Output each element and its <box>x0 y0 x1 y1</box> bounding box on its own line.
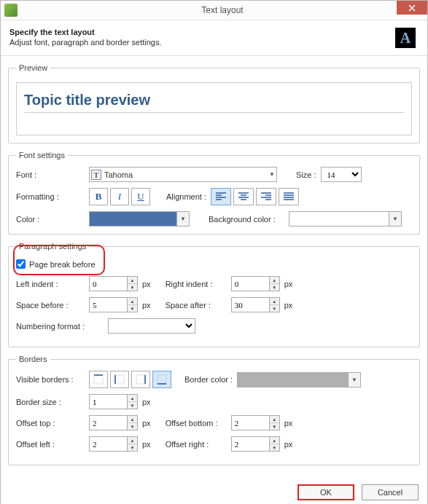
preview-legend: Preview <box>16 63 50 72</box>
color-label: Color : <box>16 215 89 224</box>
space-after-label: Space after : <box>166 301 231 310</box>
unit-px: px <box>142 280 151 288</box>
italic-button[interactable]: I <box>110 188 129 205</box>
underline-button[interactable]: U <box>131 188 150 205</box>
chevron-down-icon: ▼ <box>389 212 401 226</box>
paragraph-legend: Paragraph settings <box>16 242 89 251</box>
border-size-label: Border size : <box>16 398 89 406</box>
align-left-button[interactable] <box>211 188 231 205</box>
border-left-button[interactable] <box>110 371 129 388</box>
cancel-button[interactable]: Cancel <box>362 484 419 500</box>
svg-rect-2 <box>115 375 124 384</box>
size-select[interactable]: 14 <box>321 167 362 182</box>
preview-group: Preview Topic title preview <box>8 63 420 143</box>
border-color-picker[interactable]: ▼ <box>237 372 361 387</box>
border-color-label: Border color : <box>184 375 233 384</box>
header: Specify the text layout Adjust font, par… <box>1 20 427 56</box>
align-center-button[interactable] <box>233 188 254 205</box>
font-legend: Font settings <box>16 151 68 160</box>
truetype-icon: T <box>91 170 101 180</box>
color-swatch-fill <box>90 212 176 226</box>
visible-borders-label: Visible borders : <box>16 375 89 384</box>
color-picker[interactable]: ▼ <box>89 211 190 227</box>
borders-legend: Borders <box>16 355 50 363</box>
offset-right-label: Offset right : <box>166 440 231 449</box>
border-top-button[interactable] <box>89 371 108 388</box>
right-indent-label: Right indent : <box>166 280 231 288</box>
unit-px: px <box>142 301 151 310</box>
offset-top-label: Offset top : <box>16 419 89 428</box>
border-right-button[interactable] <box>131 371 150 388</box>
unit-px: px <box>142 440 151 449</box>
space-after-input[interactable]: ▲▼ <box>231 297 280 312</box>
font-value: Tahoma <box>104 170 269 179</box>
bgcolor-picker[interactable]: ▼ <box>289 211 402 227</box>
numbering-label: Numbering format : <box>16 322 108 331</box>
chevron-down-icon: ▼ <box>269 171 275 178</box>
numbering-select[interactable] <box>108 318 195 334</box>
chevron-down-icon: ▼ <box>348 373 360 387</box>
offset-bottom-label: Offset bottom : <box>166 419 231 428</box>
text-layout-icon: A <box>395 28 416 48</box>
close-icon <box>408 4 416 12</box>
preview-text: Topic title preview <box>24 92 404 113</box>
align-right-button[interactable] <box>256 188 276 205</box>
border-color-fill <box>238 373 348 387</box>
bgcolor-swatch-fill <box>289 212 389 226</box>
page-break-checkbox[interactable] <box>16 259 26 269</box>
align-justify-button[interactable] <box>279 188 299 205</box>
left-indent-input[interactable]: ▲▼ <box>89 276 138 291</box>
titlebar: Text layout <box>1 1 427 20</box>
window-title: Text layout <box>17 5 427 15</box>
unit-px: px <box>284 419 293 428</box>
unit-px: px <box>284 301 293 310</box>
svg-rect-4 <box>136 375 145 384</box>
unit-px: px <box>284 440 293 449</box>
font-select[interactable]: T Tahoma ▼ <box>89 167 277 182</box>
header-subtitle: Adjust font, paragraph and border settin… <box>9 38 395 47</box>
right-indent-input[interactable]: ▲▼ <box>231 276 280 291</box>
space-before-label: Space before : <box>16 301 89 310</box>
header-title: Specify the text layout <box>9 28 395 36</box>
size-label: Size : <box>296 170 316 179</box>
space-before-input[interactable]: ▲▼ <box>89 297 138 312</box>
close-button[interactable] <box>397 1 427 15</box>
border-bottom-button[interactable] <box>152 371 171 388</box>
ok-button[interactable]: OK <box>297 484 354 500</box>
svg-rect-0 <box>94 375 103 384</box>
unit-px: px <box>284 280 293 288</box>
alignment-label: Alignment : <box>166 192 206 201</box>
offset-top-input[interactable]: ▲▼ <box>89 415 138 430</box>
unit-px: px <box>142 419 151 428</box>
offset-left-input[interactable]: ▲▼ <box>89 436 138 452</box>
svg-rect-6 <box>157 375 166 384</box>
chevron-down-icon: ▼ <box>176 212 189 226</box>
bold-button[interactable]: B <box>89 188 108 205</box>
paragraph-settings-group: Paragraph settings Page break before Lef… <box>8 242 420 347</box>
dialog-window: Text layout Specify the text layout Adju… <box>0 0 428 504</box>
border-size-input[interactable]: ▲▼ <box>89 394 138 409</box>
font-settings-group: Font settings Font : T Tahoma ▼ Size : 1… <box>8 151 420 235</box>
footer: OK Cancel <box>1 477 427 504</box>
preview-box: Topic title preview <box>16 82 412 135</box>
offset-right-input[interactable]: ▲▼ <box>231 436 280 452</box>
unit-px: px <box>142 398 151 406</box>
formatting-label: Formatting : <box>16 192 89 201</box>
page-break-label: Page break before <box>29 260 96 269</box>
offset-left-label: Offset left : <box>16 440 89 449</box>
offset-bottom-input[interactable]: ▲▼ <box>231 415 280 430</box>
font-label: Font : <box>16 170 89 179</box>
app-icon <box>4 4 17 17</box>
borders-group: Borders Visible borders : Border color :… <box>8 355 420 465</box>
left-indent-label: Left indent : <box>16 280 89 288</box>
bgcolor-label: Background color : <box>209 215 284 224</box>
